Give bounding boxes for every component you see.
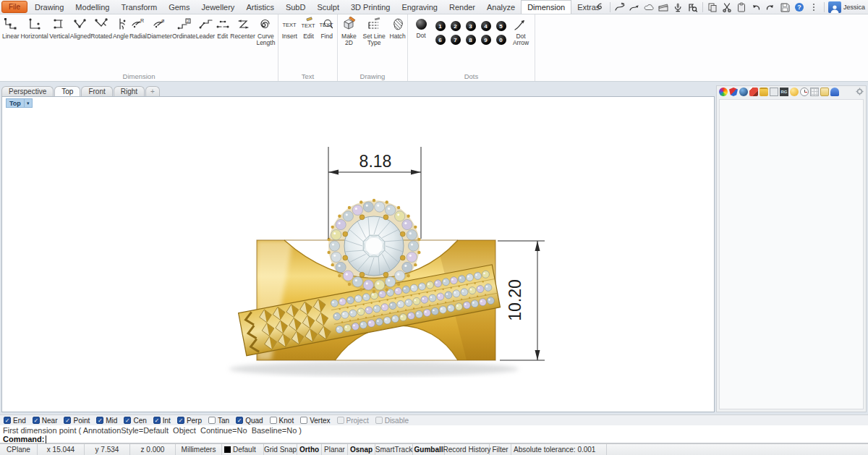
tab-sculpt[interactable]: Sculpt bbox=[311, 0, 345, 14]
new-viewport-tab-button[interactable]: + bbox=[145, 86, 160, 96]
osnap-quad[interactable]: Quad bbox=[236, 417, 263, 425]
dot-3-button[interactable]: 3 bbox=[466, 21, 476, 31]
recenter-button[interactable]: Recenter bbox=[230, 17, 255, 40]
mid-checkbox[interactable] bbox=[96, 417, 103, 424]
viewport-tab-right[interactable]: Right bbox=[114, 86, 145, 96]
curve-length-button[interactable]: Curve Length bbox=[255, 17, 276, 46]
curve-pencil-icon[interactable] bbox=[614, 1, 626, 14]
curve-arrow-icon[interactable] bbox=[629, 1, 641, 14]
paste-icon[interactable] bbox=[736, 1, 748, 14]
hatch-button[interactable]: Hatch bbox=[389, 17, 406, 40]
save-icon[interactable] bbox=[779, 1, 791, 14]
more-options-icon[interactable] bbox=[808, 1, 820, 14]
tab-3d-printing[interactable]: 3D Printing bbox=[345, 0, 396, 14]
text-find-button[interactable]: TEXT Find bbox=[318, 17, 336, 40]
clock-icon[interactable] bbox=[800, 88, 809, 96]
osnap-vertex[interactable]: Vertex bbox=[300, 417, 330, 425]
near-checkbox[interactable] bbox=[33, 417, 40, 424]
dot-9-button[interactable]: 9 bbox=[481, 35, 491, 45]
end-checkbox[interactable] bbox=[4, 417, 11, 424]
viewport-tab-top[interactable]: Top bbox=[54, 86, 80, 96]
rotated-dimension-button[interactable]: Rotated bbox=[90, 17, 112, 40]
osnap-end[interactable]: End bbox=[4, 417, 26, 425]
dot-4-button[interactable]: 4 bbox=[481, 21, 491, 31]
tab-transform[interactable]: Transform bbox=[115, 0, 163, 14]
colorwheel-icon[interactable] bbox=[719, 88, 728, 96]
point-checkbox[interactable] bbox=[64, 417, 71, 424]
vertical-dimension-button[interactable]: Vertical bbox=[49, 17, 70, 40]
cut-icon[interactable] bbox=[721, 1, 733, 14]
osnap-point[interactable]: Point bbox=[64, 417, 90, 425]
globe-icon[interactable] bbox=[739, 88, 748, 96]
viewport-tab-front[interactable]: Front bbox=[81, 86, 112, 96]
dot-1-button[interactable]: 1 bbox=[435, 21, 446, 31]
diameter-dimension-button[interactable]: ø Diameter bbox=[147, 17, 172, 40]
gumball-toggle[interactable]: Gumball bbox=[413, 444, 445, 455]
linear-dimension-button[interactable]: Linear bbox=[1, 17, 20, 40]
dot-2-button[interactable]: 2 bbox=[451, 21, 461, 31]
redo-icon[interactable] bbox=[765, 1, 777, 14]
screen-icon[interactable] bbox=[770, 88, 778, 96]
smarttrack-toggle[interactable]: SmartTrack bbox=[375, 444, 413, 455]
dot-arrow-button[interactable]: Dot Arrow bbox=[509, 17, 533, 46]
clapperboard-icon[interactable] bbox=[658, 1, 670, 14]
tab-analyze[interactable]: Analyze bbox=[481, 0, 521, 14]
osnap-int[interactable]: Int bbox=[153, 417, 171, 425]
osnap-perp[interactable]: Perp bbox=[177, 417, 202, 425]
dot-button[interactable]: Dot bbox=[409, 17, 433, 39]
bell-icon[interactable] bbox=[830, 88, 839, 96]
angle-dimension-button[interactable]: Angle bbox=[112, 17, 129, 40]
text-insert-button[interactable]: TEXT Insert bbox=[280, 17, 299, 40]
project-checkbox[interactable] bbox=[337, 417, 344, 424]
dot-5-button[interactable]: 5 bbox=[496, 21, 506, 31]
sun-icon[interactable] bbox=[790, 88, 799, 96]
record-history-toggle[interactable]: Record History bbox=[445, 444, 490, 455]
grasshopper-icon[interactable] bbox=[594, 1, 606, 14]
tan-checkbox[interactable] bbox=[208, 417, 216, 424]
quad-checkbox[interactable] bbox=[236, 417, 243, 424]
brush-icon[interactable] bbox=[749, 88, 758, 96]
int-checkbox[interactable] bbox=[153, 417, 161, 424]
horizontal-dimension-button[interactable]: Horizontal bbox=[20, 17, 49, 40]
dot-0-button[interactable]: 0 bbox=[496, 35, 506, 45]
filter-toggle[interactable]: Filter bbox=[490, 444, 511, 455]
layer-cell[interactable]: Default bbox=[222, 444, 264, 455]
shield-icon[interactable] bbox=[729, 88, 738, 96]
rg-icon[interactable]: RG bbox=[780, 88, 788, 96]
osnap-near[interactable]: Near bbox=[33, 417, 58, 425]
set-line-type-button[interactable]: Set Line Type bbox=[359, 17, 390, 46]
aligned-dimension-button[interactable]: Aligned bbox=[70, 17, 90, 40]
disable-checkbox[interactable] bbox=[375, 417, 383, 424]
radial-dimension-button[interactable]: R Radial bbox=[129, 17, 148, 40]
osnap-disable[interactable]: Disable bbox=[375, 417, 409, 425]
knot-checkbox[interactable] bbox=[270, 417, 277, 424]
tab-subd[interactable]: SubD bbox=[280, 0, 312, 14]
tab-engraving[interactable]: Engraving bbox=[396, 0, 443, 14]
tab-render[interactable]: Render bbox=[443, 0, 481, 14]
cen-checkbox[interactable] bbox=[124, 417, 131, 424]
folder-icon[interactable] bbox=[760, 88, 768, 96]
viewport-tab-perspective[interactable]: Perspective bbox=[1, 86, 54, 96]
dot-6-button[interactable]: 6 bbox=[435, 35, 446, 45]
osnap-project[interactable]: Project bbox=[337, 417, 369, 425]
tab-jewellery[interactable]: Jewellery bbox=[196, 0, 241, 14]
osnap-mid[interactable]: Mid bbox=[96, 417, 117, 425]
ordinate-dimension-button[interactable]: 2 Ordinate bbox=[172, 17, 196, 40]
cloud-icon[interactable] bbox=[643, 1, 655, 14]
tab-modelling[interactable]: Modelling bbox=[69, 0, 115, 14]
zoom-selected-icon[interactable] bbox=[686, 1, 699, 14]
cplane-cell[interactable]: CPlane bbox=[0, 444, 38, 455]
tab-drawing[interactable]: Drawing bbox=[29, 0, 69, 14]
make-2d-button[interactable]: Make 2D bbox=[339, 17, 359, 46]
grid-snap-toggle[interactable]: Grid Snap bbox=[264, 444, 297, 455]
vertex-checkbox[interactable] bbox=[300, 417, 307, 424]
file-button[interactable]: File bbox=[1, 1, 27, 13]
osnap-knot[interactable]: Knot bbox=[270, 417, 294, 425]
tab-gems[interactable]: Gems bbox=[163, 0, 195, 14]
tab-dimension[interactable]: Dimension bbox=[521, 0, 571, 14]
viewport-canvas[interactable]: 8.18 10.20 Top ▾ bbox=[1, 96, 715, 412]
command-input[interactable]: Command: bbox=[0, 435, 868, 443]
user-account[interactable]: Jessica bbox=[828, 1, 867, 13]
planar-toggle[interactable]: Planar bbox=[322, 444, 348, 455]
dot-7-button[interactable]: 7 bbox=[451, 35, 461, 45]
